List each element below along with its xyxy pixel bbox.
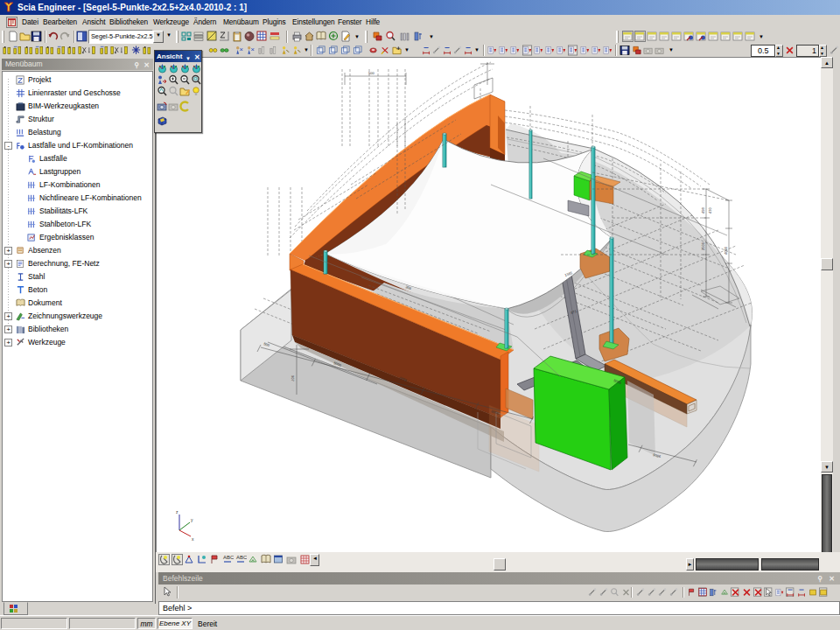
svg-text:ABC: ABC bbox=[236, 555, 247, 560]
svg-text:ABC: ABC bbox=[223, 555, 234, 560]
svg-text:4000: 4000 bbox=[724, 246, 728, 255]
svg-text:2500: 2500 bbox=[701, 242, 705, 250]
svg-text:500: 500 bbox=[368, 71, 374, 75]
svg-text:907: 907 bbox=[290, 375, 295, 382]
svg-text:430: 430 bbox=[708, 207, 712, 214]
svg-text:498: 498 bbox=[701, 207, 705, 214]
